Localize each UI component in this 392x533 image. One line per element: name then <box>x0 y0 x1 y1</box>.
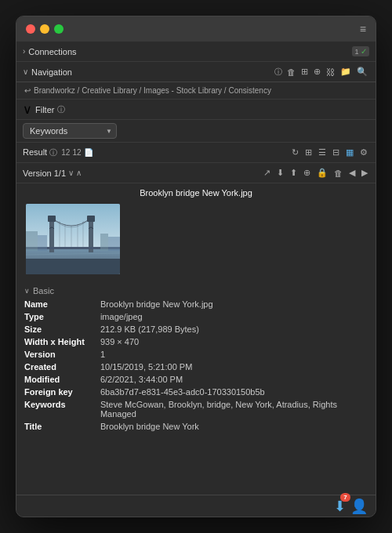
photo-view-icon[interactable]: ▦ <box>344 147 355 158</box>
link-icon[interactable]: ⛓ <box>325 67 336 77</box>
connections-label: Connections <box>28 47 349 56</box>
filter-row: ∨ Filter ⓘ <box>16 100 376 120</box>
svg-rect-15 <box>38 235 47 251</box>
list-view-icon[interactable]: ☰ <box>317 147 328 158</box>
download-icon[interactable]: ⬇ <box>275 168 285 178</box>
keywords-detail-value: Steve McGowan, Brooklyn, bridge, New Yor… <box>93 398 376 420</box>
keywords-row: Keywords <box>16 120 376 143</box>
keywords-select-wrapper[interactable]: Keywords <box>23 123 117 139</box>
result-row: Result ⓘ 12 12 📄 ↻ ⊞ ☰ ⊟ ▦ ⚙ <box>16 143 376 163</box>
download-status[interactable]: ⬇ 7 <box>334 498 346 515</box>
svg-rect-7 <box>87 216 95 222</box>
name-label: Name <box>16 298 93 310</box>
title-label: Title <box>16 420 93 433</box>
result-count: 12 <box>61 148 70 157</box>
statusbar: ⬇ 7 👤 <box>16 495 376 517</box>
keywords-select[interactable]: Keywords <box>23 123 117 139</box>
foreignkey-value: 6ba3b7d7-e831-45e3-adc0-170330150b5b <box>93 386 376 398</box>
table-row: Version 1 <box>16 348 376 361</box>
navigation-info-icon[interactable]: ⓘ <box>274 67 282 78</box>
check-icon: ✓ <box>361 47 367 56</box>
grid-view-icon[interactable]: ⊟ <box>331 147 341 158</box>
navigation-toolbar: 🗑 ⊞ ⊕ ⛓ 📁 🔍 <box>285 67 369 77</box>
traffic-lights <box>26 24 64 34</box>
keywords-detail-label: Keywords <box>16 398 93 420</box>
result-label: Result ⓘ 12 12 📄 <box>23 147 287 158</box>
user-status[interactable]: 👤 <box>350 498 368 515</box>
table-row: Name Brooklyn bridge New York.jpg <box>16 298 376 310</box>
filter-chevron[interactable]: ∨ <box>23 102 32 117</box>
result-info-icon[interactable]: ⓘ <box>49 148 57 157</box>
basic-section: ∨ Basic Name Brooklyn bridge New York.jp… <box>16 281 376 436</box>
table-row: Keywords Steve McGowan, Brooklyn, bridge… <box>16 398 376 420</box>
lock-icon[interactable]: 🔒 <box>315 168 329 178</box>
svg-rect-18 <box>26 259 120 274</box>
type-label: Type <box>16 310 93 323</box>
filter-info-icon[interactable]: ⓘ <box>57 104 65 115</box>
version-chevron-down[interactable]: ∨ <box>68 169 74 177</box>
table-row: Foreign key 6ba3b7d7-e831-45e3-adc0-1703… <box>16 386 376 398</box>
table-row: Created 10/15/2019, 5:21:00 PM <box>16 361 376 373</box>
zoom-icon[interactable]: ⊕ <box>312 67 322 77</box>
external-link-icon[interactable]: ↗ <box>262 168 272 178</box>
type-value: image/jpeg <box>93 310 376 323</box>
next-icon[interactable]: ▶ <box>360 168 369 178</box>
size-label: Size <box>16 323 93 335</box>
settings-icon[interactable]: ⚙ <box>358 147 369 158</box>
section-title: Basic <box>33 286 54 296</box>
modified-value: 6/2/2021, 3:44:00 PM <box>93 373 376 386</box>
navigation-row: ∨ Navigation ⓘ 🗑 ⊞ ⊕ ⛓ 📁 🔍 <box>16 62 376 82</box>
prev-icon[interactable]: ◀ <box>347 168 357 178</box>
svg-rect-14 <box>26 231 38 251</box>
zoom-in-icon[interactable]: ⊕ <box>302 168 312 178</box>
name-value: Brooklyn bridge New York.jpg <box>93 298 376 310</box>
content-area: Brooklyn bridge New York.jpg <box>16 183 376 495</box>
dimensions-label: Width x Height <box>16 335 93 348</box>
modified-label: Modified <box>16 373 93 386</box>
version-row: Version 1/1 ∨ ∧ ↗ ⬇ ⬆ ⊕ 🔒 🗑 ◀ ▶ <box>16 163 376 183</box>
filter-label: Filter <box>35 105 54 114</box>
table-row: Size 212.9 KB (217,989 Bytes) <box>16 323 376 335</box>
doc-icon: 📄 <box>84 148 93 157</box>
svg-rect-6 <box>48 216 56 222</box>
grid-add-icon[interactable]: ⊞ <box>303 147 314 158</box>
table-row: Width x Height 939 × 470 <box>16 335 376 348</box>
table-row: Type image/jpeg <box>16 310 376 323</box>
maximize-button[interactable] <box>54 24 64 34</box>
breadcrumb: ↩ Brandworkz / Creative Library / Images… <box>16 82 376 100</box>
section-header[interactable]: ∨ Basic <box>16 284 376 298</box>
foreignkey-label: Foreign key <box>16 386 93 398</box>
search-icon[interactable]: 🔍 <box>355 67 369 77</box>
navigation-chevron[interactable]: ∨ <box>23 67 28 76</box>
breadcrumb-icon: ↩ <box>24 86 31 95</box>
detail-table: Name Brooklyn bridge New York.jpg Type i… <box>16 298 376 433</box>
dimensions-value: 939 × 470 <box>93 335 376 348</box>
svg-rect-16 <box>100 234 108 251</box>
upload-icon[interactable]: ⬆ <box>289 168 299 178</box>
created-label: Created <box>16 361 93 373</box>
title-value: Brooklyn bridge New York <box>93 420 376 433</box>
version-chevron-up[interactable]: ∧ <box>76 169 82 177</box>
add-icon[interactable]: ⊞ <box>299 67 310 77</box>
close-button[interactable] <box>26 24 35 34</box>
table-row: Modified 6/2/2021, 3:44:00 PM <box>16 373 376 386</box>
result-count-value: 12 <box>73 148 82 157</box>
titlebar: ≡ <box>16 16 376 42</box>
refresh-icon[interactable]: ↻ <box>290 147 300 158</box>
svg-rect-17 <box>108 237 120 251</box>
image-thumbnail[interactable] <box>26 204 120 274</box>
breadcrumb-path: Brandworkz / Creative Library / Images -… <box>34 86 271 95</box>
folder-icon[interactable]: 📁 <box>339 67 353 77</box>
connections-chevron[interactable]: › <box>23 47 25 56</box>
delete-icon[interactable]: 🗑 <box>285 67 297 77</box>
main-window: ≡ › Connections 1 ✓ ∨ Navigation ⓘ 🗑 ⊞ ⊕… <box>16 16 376 517</box>
basic-chevron[interactable]: ∨ <box>24 287 30 295</box>
created-value: 10/15/2019, 5:21:00 PM <box>93 361 376 373</box>
trash-icon[interactable]: 🗑 <box>332 169 344 178</box>
menu-icon[interactable]: ≡ <box>360 23 366 35</box>
image-preview <box>16 201 376 281</box>
version-detail-value: 1 <box>93 348 376 361</box>
size-value: 212.9 KB (217,989 Bytes) <box>93 323 376 335</box>
connections-badge: 1 ✓ <box>352 46 369 56</box>
minimize-button[interactable] <box>40 24 49 34</box>
